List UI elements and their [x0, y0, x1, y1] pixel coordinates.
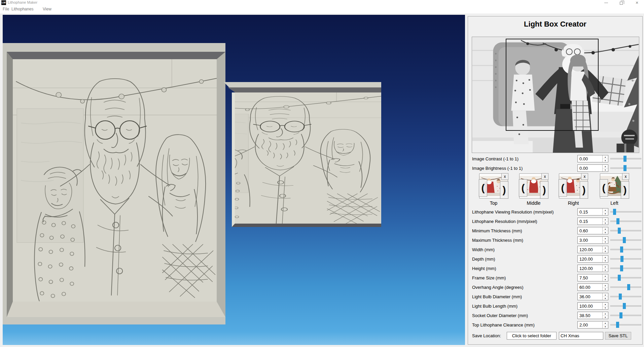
parameter-spinbox[interactable]: 120.00 ▲ ▼ — [577, 255, 608, 263]
parameter-spinbox[interactable]: 7.50 ▲ ▼ — [577, 274, 608, 281]
parameter-slider[interactable] — [610, 208, 641, 216]
slider-handle[interactable] — [613, 209, 616, 215]
spin-up-icon[interactable]: ▲ — [603, 256, 608, 259]
spinbox-arrows[interactable]: ▲ ▼ — [602, 246, 608, 253]
menu-file[interactable]: File — [3, 7, 9, 11]
spin-up-icon[interactable]: ▲ — [603, 155, 608, 159]
thumbnail-image[interactable]: x ( ) — [519, 174, 548, 198]
parameter-spinbox[interactable]: 38.50 ▲ ▼ — [577, 312, 608, 319]
parameter-slider[interactable] — [610, 265, 641, 272]
spin-down-icon[interactable]: ▼ — [603, 168, 608, 172]
spin-up-icon[interactable]: ▲ — [603, 265, 608, 268]
thumbnail-middle[interactable]: x ( ) Middle — [519, 174, 548, 206]
slider-track[interactable] — [610, 230, 641, 231]
spin-down-icon[interactable]: ▼ — [603, 287, 608, 291]
minimize-button[interactable] — [601, 0, 611, 5]
spinbox-arrows[interactable]: ▲ ▼ — [602, 293, 608, 300]
rotate-right-button[interactable]: ) — [580, 181, 588, 199]
3d-viewport[interactable] — [3, 15, 465, 345]
thumbnail-left[interactable]: x ( ) Left — [600, 174, 629, 206]
spin-down-icon[interactable]: ▼ — [603, 212, 608, 216]
slider-handle[interactable] — [619, 312, 622, 318]
slider-track[interactable] — [610, 268, 641, 269]
thumbnail-image[interactable]: x ( ) — [559, 174, 588, 198]
spin-up-icon[interactable]: ▲ — [603, 274, 608, 278]
parameter-slider[interactable] — [610, 283, 641, 291]
slider-track[interactable] — [610, 258, 641, 260]
slider-handle[interactable] — [618, 275, 621, 281]
spin-down-icon[interactable]: ▼ — [603, 159, 608, 162]
spinbox-arrows[interactable]: ▲ ▼ — [602, 274, 608, 281]
spin-up-icon[interactable]: ▲ — [603, 227, 608, 231]
rotate-left-button[interactable]: ( — [479, 179, 487, 197]
save-stl-button[interactable]: Save STL — [605, 332, 631, 340]
thumbnail-right[interactable]: x ( ) Right — [559, 174, 588, 206]
slider-track[interactable] — [610, 286, 641, 288]
menu-view[interactable]: View — [43, 7, 51, 11]
thumbnail-image[interactable]: x ( ) — [600, 174, 629, 198]
filename-input[interactable] — [559, 332, 603, 340]
rotate-right-button[interactable]: ) — [621, 181, 629, 199]
slider-track[interactable] — [610, 324, 641, 325]
parameter-spinbox[interactable]: 2.00 ▲ ▼ — [577, 321, 608, 329]
thumbnail-image[interactable]: x ( ) — [479, 174, 508, 198]
spin-down-icon[interactable]: ▼ — [603, 221, 608, 225]
spin-down-icon[interactable]: ▼ — [603, 268, 608, 272]
slider-track[interactable] — [610, 315, 641, 316]
slider-handle[interactable] — [623, 165, 627, 171]
spin-up-icon[interactable]: ▲ — [603, 293, 608, 297]
parameter-slider[interactable] — [610, 302, 641, 310]
menu-lithophanes[interactable]: Lithophanes — [11, 7, 33, 11]
slider-handle[interactable] — [623, 303, 626, 309]
parameter-spinbox[interactable]: 120.00 ▲ ▼ — [577, 246, 608, 253]
thumbnail-close-button[interactable]: x — [541, 173, 548, 180]
spinbox-arrows[interactable]: ▲ ▼ — [602, 237, 608, 243]
spin-down-icon[interactable]: ▼ — [603, 325, 608, 329]
slider-handle[interactable] — [620, 265, 623, 271]
parameter-slider[interactable] — [610, 321, 641, 329]
spinbox-arrows[interactable]: ▲ ▼ — [602, 265, 608, 272]
parameter-slider[interactable] — [610, 312, 641, 319]
slider-track[interactable] — [610, 249, 641, 250]
spin-down-icon[interactable]: ▼ — [603, 297, 608, 300]
spin-up-icon[interactable]: ▲ — [603, 321, 608, 325]
spin-down-icon[interactable]: ▼ — [603, 306, 608, 310]
spin-up-icon[interactable]: ▲ — [603, 312, 608, 315]
spin-down-icon[interactable]: ▼ — [603, 315, 608, 319]
spinbox-arrows[interactable]: ▲ ▼ — [602, 284, 608, 291]
spin-down-icon[interactable]: ▼ — [603, 249, 608, 253]
spinbox-arrows[interactable]: ▲ ▼ — [602, 256, 608, 262]
rotate-left-button[interactable]: ( — [559, 179, 567, 197]
thumbnail-close-button[interactable]: x — [501, 173, 508, 180]
spinbox-arrows[interactable]: ▲ ▼ — [602, 218, 608, 225]
slider-handle[interactable] — [616, 218, 619, 224]
slider-handle[interactable] — [616, 322, 619, 328]
rotate-right-button[interactable]: ) — [500, 181, 508, 199]
lithophane-preview-large[interactable] — [3, 43, 225, 324]
spin-up-icon[interactable]: ▲ — [603, 246, 608, 249]
spinbox-arrows[interactable]: ▲ ▼ — [602, 155, 608, 162]
spinbox-arrows[interactable]: ▲ ▼ — [602, 303, 608, 309]
select-folder-button[interactable]: Click to select folder — [507, 332, 557, 340]
spin-up-icon[interactable]: ▲ — [603, 303, 608, 306]
parameter-slider[interactable] — [610, 236, 641, 244]
parameter-slider[interactable] — [610, 155, 641, 162]
parameter-spinbox[interactable]: 3.00 ▲ ▼ — [577, 236, 608, 244]
slider-handle[interactable] — [620, 246, 623, 253]
slider-track[interactable] — [610, 221, 641, 222]
spin-down-icon[interactable]: ▼ — [603, 240, 608, 244]
rotate-left-button[interactable]: ( — [600, 179, 608, 197]
spinbox-arrows[interactable]: ▲ ▼ — [602, 321, 608, 328]
parameter-spinbox[interactable]: 0.60 ▲ ▼ — [577, 227, 608, 234]
rotate-right-button[interactable]: ) — [540, 181, 548, 199]
spin-down-icon[interactable]: ▼ — [603, 259, 608, 263]
lithophane-preview-small[interactable] — [229, 82, 381, 230]
close-button[interactable]: ✕ — [632, 0, 642, 5]
spin-up-icon[interactable]: ▲ — [603, 218, 608, 221]
parameter-spinbox[interactable]: 0.15 ▲ ▼ — [577, 218, 608, 225]
parameter-slider[interactable] — [610, 164, 641, 172]
parameter-spinbox[interactable]: 120.00 ▲ ▼ — [577, 265, 608, 272]
parameter-slider[interactable] — [610, 293, 641, 300]
slider-handle[interactable] — [623, 156, 627, 162]
parameter-slider[interactable] — [610, 218, 641, 225]
